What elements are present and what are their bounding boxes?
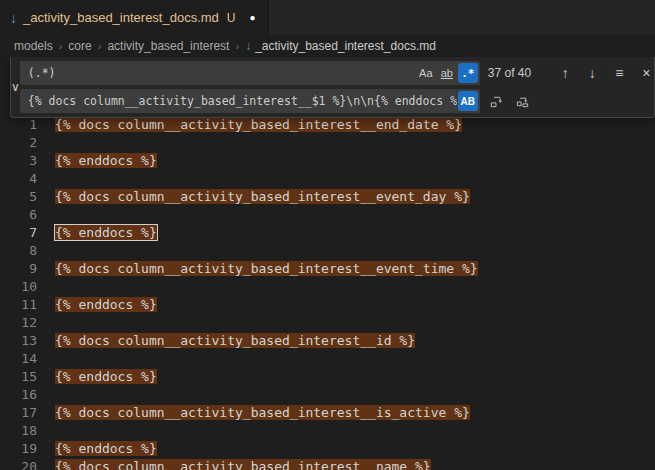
code-line[interactable]: 10 <box>0 278 655 296</box>
regex-button[interactable]: .* <box>458 63 478 83</box>
code-line[interactable]: 3{% enddocs %} <box>0 152 655 170</box>
breadcrumb-separator: › <box>98 40 102 52</box>
code-line[interactable]: 14 <box>0 350 655 368</box>
code-line[interactable]: 16 <box>0 386 655 404</box>
line-number: 17 <box>0 404 37 422</box>
find-match: {% docs column__activity_based_interest_… <box>55 189 470 204</box>
find-match: {% docs column__activity_based_interest_… <box>55 459 431 470</box>
find-row: (.*) Aa ab .* 37 of 40 ↑ ↓ ≡ × <box>20 61 655 85</box>
line-number: 15 <box>0 368 37 386</box>
code-line[interactable]: 1{% docs column__activity_based_interest… <box>0 116 655 134</box>
replace-input[interactable]: {% docs column__activity_based_interest_… <box>20 89 480 113</box>
previous-match-button[interactable]: ↑ <box>554 62 577 84</box>
editor-pane: ∨ (.*) Aa ab .* 37 of 40 ↑ ↓ ≡ × <box>0 57 655 470</box>
code-line[interactable]: 2 <box>0 134 655 152</box>
find-match: {% enddocs %} <box>55 297 157 312</box>
breadcrumb-file-label: _activity_based_interest_docs.md <box>255 39 436 53</box>
replace-row: {% docs column__activity_based_interest_… <box>20 89 655 113</box>
code-line[interactable]: 19{% enddocs %} <box>0 440 655 458</box>
tab-filename: _activity_based_interest_docs.md <box>23 10 219 25</box>
line-number: 11 <box>0 296 37 314</box>
find-match: {% docs column__activity_based_interest_… <box>55 117 462 132</box>
editor-tab[interactable]: ↓ _activity_based_interest_docs.md U ● <box>0 0 269 35</box>
line-number: 14 <box>0 350 37 368</box>
close-icon[interactable]: × <box>635 62 655 84</box>
next-match-button[interactable]: ↓ <box>581 62 604 84</box>
line-number: 10 <box>0 278 37 296</box>
breadcrumb-item-activity-based-interest[interactable]: activity_based_interest <box>107 39 229 53</box>
code-line[interactable]: 9{% docs column__activity_based_interest… <box>0 260 655 278</box>
breadcrumb-separator: › <box>235 40 239 52</box>
line-number: 13 <box>0 332 37 350</box>
replace-icon <box>488 94 503 109</box>
code-line[interactable]: 7{% enddocs %} <box>0 224 655 242</box>
line-number: 6 <box>0 206 37 224</box>
preserve-case-button[interactable]: AB <box>458 91 478 111</box>
match-case-button[interactable]: Aa <box>416 63 436 83</box>
find-match: {% enddocs %} <box>55 153 157 168</box>
breadcrumb-item-models[interactable]: models <box>14 39 53 53</box>
find-results-count: 37 of 40 <box>488 66 550 80</box>
breadcrumb-separator: › <box>59 40 63 52</box>
markdown-icon: ↓ <box>245 40 251 52</box>
whole-word-button[interactable]: ab <box>437 63 457 83</box>
code-area[interactable]: 1{% docs column__activity_based_interest… <box>0 57 655 470</box>
code-line[interactable]: 18 <box>0 422 655 440</box>
find-input[interactable]: (.*) Aa ab .* <box>20 61 480 85</box>
replace-all-button[interactable] <box>511 90 534 112</box>
code-line[interactable]: 20{% docs column__activity_based_interes… <box>0 458 655 470</box>
line-number: 5 <box>0 188 37 206</box>
line-number: 1 <box>0 116 37 134</box>
chevron-down-icon: ∨ <box>11 80 20 94</box>
line-number: 16 <box>0 386 37 404</box>
line-number: 19 <box>0 440 37 458</box>
replace-input-value: {% docs column__activity_based_interest_… <box>28 94 457 108</box>
line-number: 20 <box>0 458 37 470</box>
code-line[interactable]: 8 <box>0 242 655 260</box>
find-match: {% enddocs %} <box>55 225 157 240</box>
tab-bar: ↓ _activity_based_interest_docs.md U ● <box>0 0 655 35</box>
breadcrumb-item-file[interactable]: ↓ _activity_based_interest_docs.md <box>245 39 436 53</box>
find-in-selection-button[interactable]: ≡ <box>608 62 631 84</box>
breadcrumb-item-core[interactable]: core <box>68 39 91 53</box>
find-widget: ∨ (.*) Aa ab .* 37 of 40 ↑ ↓ ≡ × <box>10 57 655 118</box>
dirty-indicator[interactable]: ● <box>250 12 256 23</box>
line-number: 7 <box>0 224 37 242</box>
breadcrumb: models › core › activity_based_interest … <box>0 35 655 57</box>
line-number: 4 <box>0 170 37 188</box>
line-number: 12 <box>0 314 37 332</box>
code-line[interactable]: 13{% docs column__activity_based_interes… <box>0 332 655 350</box>
code-line[interactable]: 15{% enddocs %} <box>0 368 655 386</box>
line-number: 18 <box>0 422 37 440</box>
find-match: {% docs column__activity_based_interest_… <box>55 333 415 348</box>
find-match: {% enddocs %} <box>55 369 157 384</box>
code-line[interactable]: 17{% docs column__activity_based_interes… <box>0 404 655 422</box>
vscode-window: ↓ _activity_based_interest_docs.md U ● m… <box>0 0 655 470</box>
code-line[interactable]: 5{% docs column__activity_based_interest… <box>0 188 655 206</box>
code-line[interactable]: 11{% enddocs %} <box>0 296 655 314</box>
find-match: {% docs column__activity_based_interest_… <box>55 405 470 420</box>
find-input-value: (.*) <box>28 66 415 80</box>
git-status-badge: U <box>227 11 236 25</box>
line-number: 9 <box>0 260 37 278</box>
code-line[interactable]: 4 <box>0 170 655 188</box>
line-number: 2 <box>0 134 37 152</box>
markdown-icon: ↓ <box>10 11 17 25</box>
line-number: 8 <box>0 242 37 260</box>
toggle-replace-button[interactable]: ∨ <box>11 61 20 113</box>
replace-button[interactable] <box>484 90 507 112</box>
code-line[interactable]: 6 <box>0 206 655 224</box>
line-number: 3 <box>0 152 37 170</box>
replace-all-icon <box>515 94 530 109</box>
find-match: {% enddocs %} <box>55 441 157 456</box>
find-match: {% docs column__activity_based_interest_… <box>55 261 478 276</box>
code-line[interactable]: 12 <box>0 314 655 332</box>
